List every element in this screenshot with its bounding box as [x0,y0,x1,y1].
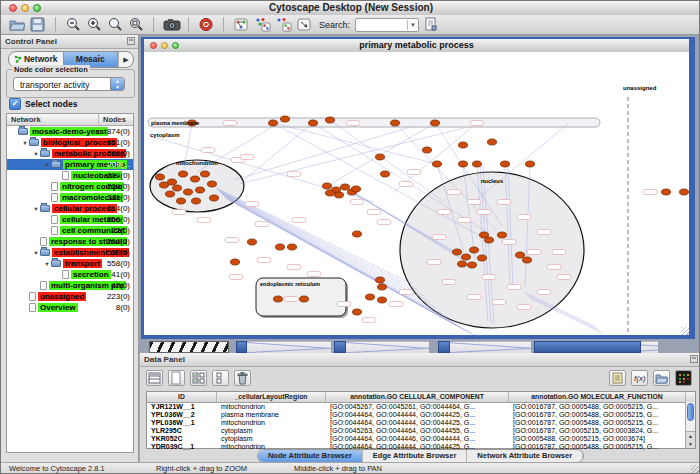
network-node[interactable] [274,296,283,302]
background-window-fragment[interactable] [641,341,658,353]
network-node[interactable] [488,139,497,145]
network-node[interactable] [208,181,217,187]
select-nodes-checkbox[interactable]: ✓ [9,98,21,110]
layout-alt-icon[interactable] [275,17,291,32]
background-window-fragment[interactable] [334,341,346,353]
expand-triangle-icon[interactable]: ▼ [32,206,40,212]
network-node[interactable] [184,189,193,195]
network-node[interactable] [269,120,278,126]
table-row[interactable]: YJR121W__1mitochondrion[GO:0045267, GO:0… [147,403,695,411]
expand-triangle-icon[interactable]: ▼ [43,261,51,267]
background-window-fragment[interactable] [149,341,229,353]
tab-edge-attribute-browser[interactable]: Edge Attribute Browser [363,450,467,462]
help-lifering-icon[interactable] [198,17,214,32]
network-view-icon[interactable] [233,17,249,32]
zoom-out-icon[interactable] [65,17,81,32]
background-window-fragment[interactable] [236,341,247,353]
network-tree-header[interactable]: Network Nodes [7,114,133,126]
network-node[interactable] [423,147,432,153]
delete-attribute-icon[interactable] [234,370,251,386]
zoom-window-icon[interactable] [33,4,41,12]
network-node[interactable] [168,179,177,185]
open-folder-icon[interactable] [653,370,670,386]
tree-column-network[interactable]: Network [7,114,99,125]
expand-triangle-icon[interactable]: ▼ [43,162,51,168]
snapshot-camera-icon[interactable] [163,17,179,32]
network-node[interactable] [478,255,487,261]
attribute-table-icon[interactable] [146,370,163,386]
network-node[interactable] [326,117,335,123]
network-node[interactable] [516,252,525,258]
tree-row[interactable]: cell communicat22(0) [7,225,133,236]
tab-overflow-arrow-icon[interactable]: ▶ [118,52,133,67]
tree-row[interactable]: ▼biological_process651(0) [7,137,133,148]
network-node[interactable] [453,249,462,255]
table-column-header[interactable]: annotation.GO MOLECULAR_FUNCTION [509,392,686,402]
network-node[interactable] [179,171,188,177]
frame-zoom-icon[interactable] [172,42,179,49]
network-node[interactable] [376,277,385,283]
tree-row[interactable]: ▼cellular process614(0) [7,203,133,214]
expand-triangle-icon[interactable]: ▼ [21,140,29,146]
background-window-fragment[interactable] [534,341,641,353]
network-node[interactable] [662,189,671,195]
scrollbar-arrows[interactable]: ▲▼ [686,431,695,448]
window-titlebar[interactable]: Cytoscape Desktop (New Session) [1,1,700,16]
import-attributes-icon[interactable] [424,17,440,32]
network-node[interactable] [480,232,489,238]
expand-triangle-icon[interactable]: ▼ [32,250,40,256]
network-node[interactable] [473,161,482,167]
network-view-titlebar[interactable]: primary metabolic process [144,39,689,53]
tree-column-nodes[interactable]: Nodes [99,114,133,125]
float-panel-icon[interactable] [690,355,698,363]
network-node[interactable] [166,191,175,197]
network-node[interactable] [468,262,477,268]
zoom-selected-icon[interactable] [107,17,123,32]
network-node[interactable] [335,192,344,198]
expand-triangle-icon[interactable]: ▼ [32,151,40,157]
tree-row[interactable]: Overview8(0) [7,302,133,313]
table-row[interactable]: YPL036W__2plasma membrane[GO:0044464, GO… [147,411,695,419]
close-icon[interactable] [9,4,17,12]
tree-row[interactable]: nucleobase-209(0) [7,170,133,181]
frame-minimize-icon[interactable] [161,42,168,49]
frame-close-icon[interactable] [150,42,157,49]
tab-network-attribute-browser[interactable]: Network Attribute Browser [467,450,583,462]
network-node[interactable] [378,297,387,303]
network-node[interactable] [431,120,440,126]
network-node[interactable] [680,189,689,195]
network-node[interactable] [201,171,210,177]
network-node[interactable] [288,244,297,250]
network-node[interactable] [498,232,507,238]
table-row[interactable]: YLR295Ccytoplasm[GO:0045263, GO:0044464,… [147,427,695,435]
tree-row[interactable]: unassigned223(0) [7,291,133,302]
network-node[interactable] [459,142,468,148]
network-node[interactable] [353,309,362,315]
network-node[interactable] [458,261,467,267]
tree-row[interactable]: ▼metabolic process280(0) [7,148,133,159]
minimize-icon[interactable] [21,4,29,12]
tree-row[interactable]: cellular metabo209(0) [7,214,133,225]
label-notes-icon[interactable] [609,370,626,386]
network-node[interactable] [177,198,186,204]
network-canvas[interactable]: plasma membranecytoplasmmitochondrionnuc… [144,52,689,335]
background-window-fragment[interactable] [450,341,531,353]
network-node[interactable] [173,185,182,191]
table-row[interactable]: YPL036W__1mitochondrion[GO:0044464, GO:0… [147,419,695,427]
tree-row[interactable]: secretion41(0) [7,269,133,280]
network-node[interactable] [160,182,169,188]
network-node[interactable] [309,120,318,126]
background-window-fragment[interactable] [346,341,429,353]
window-resize-grip[interactable] [691,465,700,474]
select-attributes-icon[interactable] [190,370,207,386]
tree-row[interactable]: ▼transport558(0) [7,258,133,269]
network-node[interactable] [459,161,468,167]
background-window-fragment[interactable] [247,341,331,353]
tab-node-attribute-browser[interactable]: Node Attribute Browser [258,450,363,462]
network-node[interactable] [391,120,400,126]
network-node[interactable] [210,195,219,201]
float-panel-icon[interactable] [127,37,135,45]
network-node[interactable] [352,186,361,192]
node-color-combobox[interactable]: transporter activity ▲▼ [13,77,125,91]
network-node[interactable] [381,171,390,177]
